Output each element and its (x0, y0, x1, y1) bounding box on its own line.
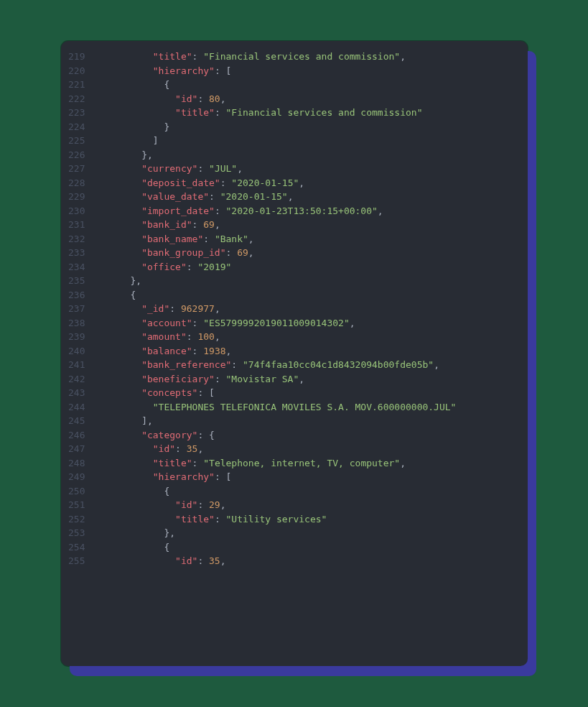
code-line[interactable]: 221 { (61, 78, 528, 92)
token-key: "concepts" (141, 387, 197, 398)
token-key: "title" (153, 458, 192, 468)
line-content[interactable]: "balance": 1938, (97, 344, 528, 359)
token-key: "value_date" (141, 191, 209, 202)
line-content[interactable]: "id": 80, (97, 92, 528, 106)
token-punct: : (187, 331, 198, 342)
code-line[interactable]: 229 "value_date": "2020-01-15", (61, 190, 528, 204)
code-line[interactable]: 244 "TELEPHONES TELEFONICA MOVILES S.A. … (61, 400, 528, 415)
code-line[interactable]: 255 "id": 35, (61, 554, 528, 568)
code-line[interactable]: 225 ] (61, 134, 528, 148)
token-string: "ES5799992019011009014302" (203, 318, 350, 328)
line-content[interactable]: "id": 35, (97, 554, 528, 568)
line-content[interactable]: } (97, 120, 528, 134)
line-content[interactable]: "concepts": [ (97, 386, 528, 400)
code-line[interactable]: 230 "import_date": "2020-01-23T13:50:15+… (61, 204, 528, 218)
line-number: 246 (61, 428, 97, 443)
code-line[interactable]: 245 ], (61, 414, 528, 428)
code-line[interactable]: 235 }, (61, 274, 528, 288)
line-content[interactable]: "bank_id": 69, (97, 218, 528, 232)
line-number: 240 (61, 344, 97, 359)
line-content[interactable]: "id": 35, (97, 442, 528, 456)
code-line[interactable]: 237 "_id": 962977, (61, 302, 528, 316)
code-line[interactable]: 236 { (61, 288, 528, 302)
line-content[interactable]: "value_date": "2020-01-15", (97, 190, 528, 204)
token-punct: : (192, 51, 204, 62)
line-content[interactable]: "title": "Telephone, internet, TV, compu… (97, 456, 528, 471)
token-num: 35 (187, 443, 198, 454)
token-punct: , (400, 51, 406, 62)
code-line[interactable]: 224 } (61, 120, 528, 134)
code-line[interactable]: 251 "id": 29, (61, 498, 528, 512)
token-punct: : (187, 262, 198, 272)
code-line[interactable]: 254 { (61, 540, 528, 555)
line-content[interactable]: ], (97, 414, 528, 428)
line-content[interactable]: { (97, 288, 528, 302)
code-line[interactable]: 246 "category": { (61, 428, 528, 443)
line-number: 226 (61, 148, 97, 162)
line-number: 236 (61, 288, 97, 302)
token-punct: : { (197, 430, 214, 440)
code-editor[interactable]: 219 "title": "Financial services and com… (61, 41, 528, 666)
line-content[interactable]: }, (97, 274, 528, 288)
line-content[interactable]: "import_date": "2020-01-23T13:50:15+00:0… (97, 204, 528, 218)
code-line[interactable]: 220 "hierarchy": [ (61, 64, 528, 78)
code-line[interactable]: 226 }, (61, 148, 528, 162)
line-content[interactable]: { (97, 540, 528, 555)
code-line[interactable]: 222 "id": 80, (61, 92, 528, 106)
code-line[interactable]: 231 "bank_id": 69, (61, 218, 528, 232)
line-number: 222 (61, 92, 97, 106)
line-content[interactable]: "beneficiary": "Movistar SA", (97, 372, 528, 387)
token-key: "bank_group_id" (141, 247, 225, 258)
line-content[interactable]: }, (97, 148, 528, 162)
token-punct: , (220, 93, 226, 104)
line-content[interactable]: "_id": 962977, (97, 302, 528, 316)
code-line[interactable]: 239 "amount": 100, (61, 330, 528, 344)
line-content[interactable]: ] (97, 134, 528, 148)
code-line[interactable]: 248 "title": "Telephone, internet, TV, c… (61, 456, 528, 471)
line-content[interactable]: }, (97, 526, 528, 540)
code-line[interactable]: 253 }, (61, 526, 528, 540)
line-content[interactable]: "hierarchy": [ (97, 64, 528, 78)
token-key: "bank_name" (141, 234, 203, 244)
code-line[interactable]: 232 "bank_name": "Bank", (61, 232, 528, 246)
line-content[interactable]: "bank_name": "Bank", (97, 232, 528, 246)
line-content[interactable]: "amount": 100, (97, 330, 528, 344)
code-line[interactable]: 223 "title": "Financial services and com… (61, 106, 528, 120)
code-line[interactable]: 243 "concepts": [ (61, 386, 528, 400)
line-content[interactable]: { (97, 484, 528, 499)
code-line[interactable]: 227 "currency": "JUL", (61, 162, 528, 176)
code-line[interactable]: 242 "beneficiary": "Movistar SA", (61, 372, 528, 387)
token-key: "category" (141, 430, 197, 440)
line-content[interactable]: "office": "2019" (97, 260, 528, 274)
token-punct: , (288, 191, 294, 202)
code-line[interactable]: 234 "office": "2019" (61, 260, 528, 274)
code-line[interactable]: 252 "title": "Utility services" (61, 512, 528, 527)
code-line[interactable]: 240 "balance": 1938, (61, 344, 528, 359)
line-content[interactable]: "hierarchy": [ (97, 470, 528, 484)
line-content[interactable]: "title": "Financial services and commiss… (97, 106, 528, 120)
code-line[interactable]: 219 "title": "Financial services and com… (61, 50, 528, 64)
line-content[interactable]: "id": 29, (97, 498, 528, 512)
line-content[interactable]: "bank_reference": "74f4faa10cc04c1d84320… (97, 358, 528, 372)
token-punct: : (175, 443, 187, 454)
code-line[interactable]: 238 "account": "ES5799992019011009014302… (61, 316, 528, 331)
line-content[interactable]: "title": "Financial services and commiss… (97, 50, 528, 64)
token-punct: ], (141, 415, 153, 426)
line-content[interactable]: "bank_group_id": 69, (97, 246, 528, 260)
code-line[interactable]: 233 "bank_group_id": 69, (61, 246, 528, 260)
code-line[interactable]: 249 "hierarchy": [ (61, 470, 528, 484)
line-content[interactable]: "currency": "JUL", (97, 162, 528, 176)
line-content[interactable]: "category": { (97, 428, 528, 443)
line-content[interactable]: "account": "ES5799992019011009014302", (97, 316, 528, 331)
line-content[interactable]: "deposit_date": "2020-01-15", (97, 176, 528, 190)
code-body[interactable]: 219 "title": "Financial services and com… (61, 50, 528, 568)
token-punct: ] (153, 135, 159, 146)
code-line[interactable]: 228 "deposit_date": "2020-01-15", (61, 176, 528, 190)
line-content[interactable]: "title": "Utility services" (97, 512, 528, 527)
code-line[interactable]: 250 { (61, 484, 528, 499)
line-content[interactable]: "TELEPHONES TELEFONICA MOVILES S.A. MOV.… (97, 400, 528, 415)
token-string: "JUL" (209, 163, 237, 174)
code-line[interactable]: 241 "bank_reference": "74f4faa10cc04c1d8… (61, 358, 528, 372)
code-line[interactable]: 247 "id": 35, (61, 442, 528, 456)
line-content[interactable]: { (97, 78, 528, 92)
